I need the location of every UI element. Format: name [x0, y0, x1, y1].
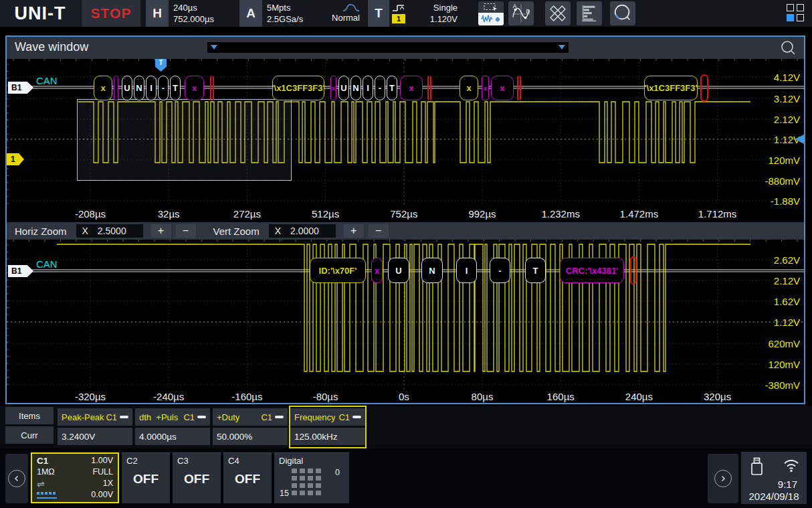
measure-button[interactable] — [545, 1, 571, 25]
channel-color-dash — [352, 416, 361, 418]
c1-scale: 1.00V — [91, 456, 113, 466]
digital-channel-square — [292, 491, 297, 495]
search-button[interactable] — [610, 1, 635, 25]
decode-bubble: I — [456, 258, 477, 283]
vert-zoom-in-button[interactable]: + — [344, 224, 364, 238]
decode-bubble: U — [122, 76, 132, 100]
measure-ruler-icon — [547, 3, 569, 24]
layout-square-2 — [797, 4, 804, 11]
channel-2-panel[interactable]: C2 OFF — [122, 452, 170, 503]
channel-color-dash — [275, 416, 284, 418]
items-row-label: Curr — [5, 426, 54, 444]
wave-window-header: Wave window — [7, 37, 804, 59]
svg-text:A: A — [513, 3, 517, 9]
horizontal-settings-button[interactable]: H 240µs 752.000µs — [146, 0, 237, 27]
acquire-mode: Normal — [332, 12, 360, 23]
search-icon — [612, 3, 633, 24]
time-scale-label: -160µs — [231, 391, 262, 402]
channel-bar-scroll-right-button[interactable] — [708, 454, 738, 503]
voltage-scale-label: 620mV — [768, 338, 800, 349]
wave-select-dropdown[interactable] — [207, 42, 569, 53]
zoom-selection-region[interactable] — [77, 99, 292, 181]
chevron-right-icon — [714, 470, 732, 487]
ab-cursor-button[interactable]: A B — [508, 1, 534, 25]
time-scale-label: 1.712ms — [698, 208, 737, 220]
bus-protocol-label: CAN — [36, 258, 58, 270]
trigger-mode: Single — [433, 2, 458, 13]
decode-bubble: - — [158, 76, 169, 100]
measurement-channel: C1 — [183, 412, 195, 422]
acquire-key: A — [239, 0, 262, 27]
digital-channel-square — [300, 483, 305, 488]
channel-3-panel[interactable]: C3 OFF — [173, 452, 221, 503]
decode-bubble: '\x1C3FF3F3' — [644, 76, 698, 100]
digital-channel-square — [308, 469, 313, 473]
decode-bubble: '\x1C3FF3F3' — [272, 76, 324, 100]
c1-bandwidth: FULL — [92, 467, 113, 477]
decode-bubble: T — [170, 76, 181, 100]
measurement-cell-dth-puls[interactable]: dth +PulsC14.0000µs — [134, 406, 211, 448]
horiz-zoom-out-button[interactable]: − — [176, 224, 196, 238]
digital-channel-square — [308, 483, 313, 488]
measurement-header: +DutyC1 — [213, 408, 288, 426]
digital-channel-square — [292, 483, 297, 488]
decode-bubble: x — [371, 258, 383, 283]
decode-bubble: T — [525, 258, 546, 283]
histogram-button[interactable] — [577, 1, 602, 25]
measurement-cell-frequency[interactable]: FrequencyC1125.00kHz — [289, 406, 367, 448]
measurement-cell-peak-peak[interactable]: Peak-PeakC13.2400V — [56, 406, 134, 448]
digital-channels-panel[interactable]: Digital 0 15 — [274, 452, 349, 503]
zoomed-waveform-view[interactable]: ID:'\x70F'xUNI-TCRC:'\x4381'B1CAN2.62V2.… — [7, 240, 804, 390]
horiz-zoom-in-button[interactable]: + — [151, 224, 171, 238]
window-search-icon[interactable] — [780, 39, 797, 57]
time-scale-label: 992µs — [468, 208, 496, 220]
run-stop-button[interactable]: STOP — [82, 0, 140, 27]
measurements-bar: Items Curr Peak-PeakC13.2400Vdth +PulsC1… — [0, 406, 812, 448]
trigger-level: 1.120V — [430, 13, 458, 25]
layout-square-4 — [797, 14, 804, 21]
sample-rate: 2.5GSa/s — [267, 13, 312, 25]
window-layout-button[interactable] — [787, 4, 807, 24]
vert-zoom-value-box[interactable]: X 2.0000 — [269, 224, 336, 238]
layout-square-3-active — [787, 14, 794, 21]
measurement-channel: C1 — [261, 412, 272, 422]
channel-4-panel[interactable]: C4 OFF — [223, 452, 272, 503]
decode-bubble: N — [421, 258, 443, 283]
decode-error-marker — [210, 76, 214, 100]
measurement-cell--duty[interactable]: +DutyC150.000% — [211, 406, 289, 448]
trigger-source-badge: 1 — [392, 14, 405, 23]
measurement-header: FrequencyC1 — [290, 408, 365, 426]
wave-drag-icon — [478, 13, 504, 25]
vert-zoom-prefix: X — [275, 226, 281, 236]
wave-window-title: Wave window — [15, 40, 88, 54]
c1-impedance: 1MΩ — [37, 467, 55, 477]
channel-1-panel[interactable]: C1 1.00V 1MΩ FULL ⇌ 1X 0.00V — [31, 452, 119, 503]
horizontal-position: 752.000µs — [173, 13, 232, 25]
cursor-mode-button[interactable] — [478, 1, 504, 25]
channel-bar-scroll-left-button[interactable] — [5, 454, 28, 503]
trigger-settings-button[interactable]: T 1 Single 1.120V — [368, 0, 463, 27]
measurement-value-row: 3.2400V — [58, 428, 132, 445]
zoom-controls-bar: Horiz Zoom X 2.5000 + − Vert Zoom X 2.00… — [7, 222, 804, 240]
c2-label: C2 — [126, 456, 138, 466]
measurement-items-selector[interactable]: Items Curr — [5, 407, 54, 447]
decode-bubble: N — [350, 76, 361, 100]
voltage-scale-label: 3.12V — [774, 93, 800, 104]
acquire-settings-button[interactable]: A 5Mpts 2.5GSa/s Normal — [239, 0, 365, 27]
vert-zoom-out-button[interactable]: − — [369, 224, 389, 238]
system-status-panel[interactable]: 9:17 2024/09/18 — [741, 452, 807, 504]
measurement-header: dth +PulsC1 — [135, 408, 210, 426]
measurement-name: Frequency — [294, 412, 335, 422]
time-scale-label: 80µs — [472, 391, 494, 402]
time-scale-label: 320µs — [704, 391, 731, 402]
c3-state: OFF — [173, 472, 221, 487]
time-scale-label: 240µs — [625, 391, 653, 402]
horiz-zoom-value-box[interactable]: X 2.5000 — [76, 224, 143, 238]
main-waveform-view[interactable]: xUNI-Tx'\x1C3FF3F3'xUNI-Txxxx'\x1C3FF3F3… — [7, 59, 804, 205]
wave-window: Wave window xUNI-Tx'\x1C3FF3F3'xUNI-Txxx… — [5, 35, 805, 404]
run-state-label: STOP — [91, 5, 132, 21]
channel-bar: C1 1.00V 1MΩ FULL ⇌ 1X 0.00V C2 OFF C3 O… — [0, 450, 812, 508]
measurement-channel: C1 — [106, 412, 117, 422]
c4-state: OFF — [223, 472, 272, 487]
time-scale-label: -240µs — [153, 391, 184, 402]
